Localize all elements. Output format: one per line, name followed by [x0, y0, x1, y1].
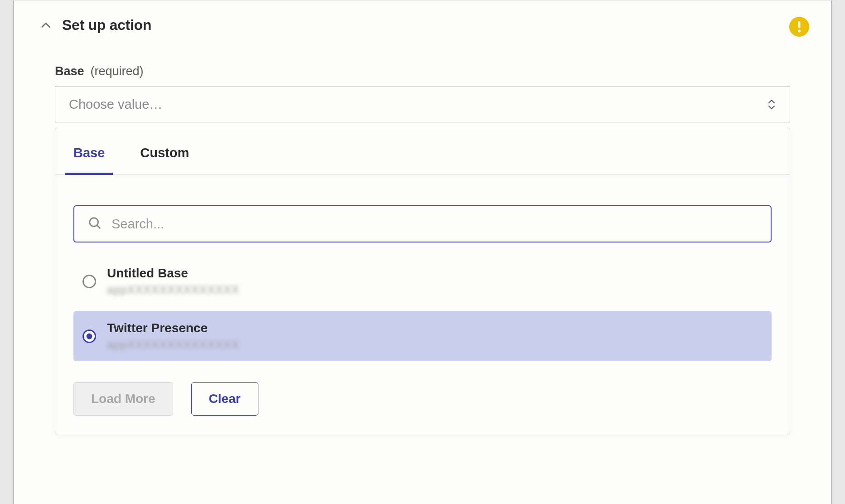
tab-label: Custom: [140, 145, 189, 160]
tab-label: Base: [73, 145, 105, 160]
select-arrows-icon: [767, 99, 776, 110]
search-icon: [88, 216, 102, 232]
tab-custom[interactable]: Custom: [140, 128, 189, 174]
radio-checked-icon: [83, 330, 96, 343]
option-label: Twitter Presence: [107, 321, 239, 335]
tab-base[interactable]: Base: [73, 128, 105, 174]
svg-rect-0: [798, 21, 801, 28]
section-title: Set up action: [62, 17, 151, 34]
svg-point-1: [798, 30, 801, 33]
search-input[interactable]: [112, 217, 757, 232]
option-untitled-base[interactable]: Untitled Base appXXXXXXXXXXXXXX: [73, 256, 772, 306]
buttons-row: Load More Clear: [55, 366, 790, 416]
search-box[interactable]: [73, 205, 772, 242]
option-text: Twitter Presence appXXXXXXXXXXXXXX: [107, 321, 239, 351]
field-label: Base: [55, 64, 84, 78]
tabs-row: Base Custom: [55, 128, 790, 174]
load-more-button[interactable]: Load More: [73, 382, 173, 416]
select-placeholder: Choose value…: [69, 97, 162, 112]
warning-icon: [789, 17, 809, 37]
options-list: Untitled Base appXXXXXXXXXXXXXX Twitter …: [55, 256, 790, 361]
option-twitter-presence[interactable]: Twitter Presence appXXXXXXXXXXXXXX: [73, 311, 772, 361]
option-label: Untitled Base: [107, 266, 239, 281]
action-setup-panel: Set up action Base (required) Choose val…: [14, 0, 831, 504]
field-label-row: Base (required): [55, 64, 790, 78]
option-sub: appXXXXXXXXXXXXXX: [107, 283, 239, 296]
dropdown-panel: Base Custom Untitled Base: [55, 128, 790, 434]
radio-unchecked-icon: [83, 275, 96, 288]
field-required: (required): [91, 64, 144, 78]
svg-line-3: [97, 225, 100, 228]
search-wrapper: [55, 174, 790, 256]
section-header: Set up action: [14, 0, 831, 34]
clear-button[interactable]: Clear: [191, 382, 258, 416]
base-select[interactable]: Choose value…: [55, 87, 790, 122]
option-text: Untitled Base appXXXXXXXXXXXXXX: [107, 266, 239, 296]
base-field: Base (required) Choose value…: [14, 64, 831, 122]
option-sub: appXXXXXXXXXXXXXX: [107, 338, 239, 351]
chevron-up-icon[interactable]: [39, 19, 52, 32]
